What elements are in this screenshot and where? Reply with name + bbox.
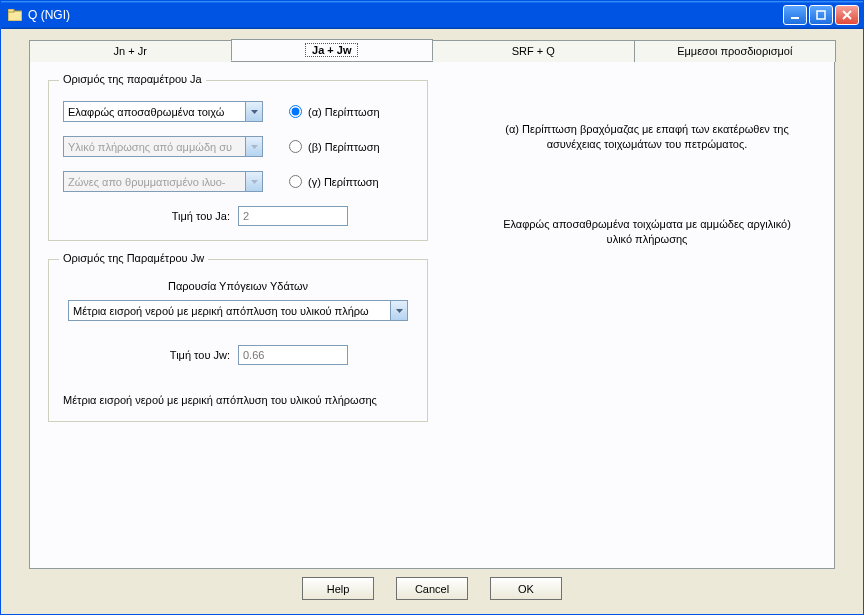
ja-selection-description: Ελαφρώς αποσαθρωμένα τοιχώματα με αμμώδε… bbox=[490, 217, 804, 248]
client-area: Jn + Jr Ja + Jw SRF + Q Εμμεσοι προσδιορ… bbox=[1, 29, 863, 614]
help-button[interactable]: Help bbox=[302, 577, 374, 600]
svg-marker-8 bbox=[251, 180, 258, 184]
ja-value-label: Τιμή του Ja: bbox=[128, 210, 238, 222]
radio-case-c-input[interactable] bbox=[289, 175, 302, 188]
jw-value-label: Τιμή του Jw: bbox=[128, 349, 238, 361]
chevron-down-icon bbox=[245, 137, 262, 156]
ok-button[interactable]: OK bbox=[490, 577, 562, 600]
tabpane: (α) Περίπτωση βραχόμαζας με επαφή των εκ… bbox=[29, 61, 835, 569]
ja-group-title: Ορισμός της παραμέτρου Ja bbox=[59, 73, 206, 85]
ja-value-field[interactable] bbox=[238, 206, 348, 226]
jw-group-title: Ορισμός της Παραμέτρου Jw bbox=[59, 252, 208, 264]
radio-case-b-input[interactable] bbox=[289, 140, 302, 153]
svg-marker-9 bbox=[396, 309, 403, 313]
jw-combo[interactable]: Μέτρια εισροή νερού με μερική απόπλυση τ… bbox=[68, 300, 408, 321]
ja-combo-case-b: Υλικό πλήρωσης από αμμώδη συ bbox=[63, 136, 263, 157]
close-button[interactable] bbox=[835, 5, 859, 25]
titlebar: Q (NGI) bbox=[1, 1, 863, 29]
app-window: Q (NGI) Jn + Jr Ja + Jw SRF + Q Εμμεσοι … bbox=[0, 0, 864, 615]
chevron-down-icon bbox=[245, 102, 262, 121]
radio-case-c[interactable]: (γ) Περίπτωση bbox=[289, 175, 379, 188]
svg-rect-2 bbox=[791, 17, 799, 19]
ja-combo-case-c: Ζώνες απο θρυμματισμένο ιλυο- bbox=[63, 171, 263, 192]
tab-indirect[interactable]: Εμμεσοι προσδιορισμοί bbox=[634, 40, 837, 62]
tab-ja-jw[interactable]: Ja + Jw bbox=[231, 39, 434, 61]
tab-srf-q[interactable]: SRF + Q bbox=[432, 40, 635, 62]
buttonbar: Help Cancel OK bbox=[13, 569, 851, 606]
jw-value-field[interactable] bbox=[238, 345, 348, 365]
tabstrip: Jn + Jr Ja + Jw SRF + Q Εμμεσοι προσδιορ… bbox=[29, 39, 835, 61]
jw-groupbox: Ορισμός της Παραμέτρου Jw Παρουσία Υπόγε… bbox=[48, 259, 428, 422]
window-title: Q (NGI) bbox=[28, 8, 70, 22]
svg-marker-6 bbox=[251, 110, 258, 114]
jw-selection-description: Μέτρια εισροή νερού με μερική απόπλυση τ… bbox=[63, 393, 413, 407]
ja-combo-case-a[interactable]: Ελαφρώς αποσαθρωμένα τοιχώ bbox=[63, 101, 263, 122]
maximize-button[interactable] bbox=[809, 5, 833, 25]
chevron-down-icon bbox=[245, 172, 262, 191]
svg-rect-1 bbox=[8, 9, 14, 12]
radio-case-a-input[interactable] bbox=[289, 105, 302, 118]
chevron-down-icon bbox=[390, 301, 407, 320]
ja-groupbox: Ορισμός της παραμέτρου Ja Ελαφρώς αποσαθ… bbox=[48, 80, 428, 241]
ja-case-description: (α) Περίπτωση βραχόμαζας με επαφή των εκ… bbox=[490, 122, 804, 153]
cancel-button[interactable]: Cancel bbox=[396, 577, 468, 600]
app-icon bbox=[7, 7, 23, 23]
radio-case-a[interactable]: (α) Περίπτωση bbox=[289, 105, 380, 118]
svg-rect-3 bbox=[817, 11, 825, 19]
minimize-button[interactable] bbox=[783, 5, 807, 25]
tab-jn-jr[interactable]: Jn + Jr bbox=[29, 40, 232, 62]
svg-marker-7 bbox=[251, 145, 258, 149]
jw-header: Παρουσία Υπόγειων Υδάτων bbox=[63, 280, 413, 292]
radio-case-b[interactable]: (β) Περίπτωση bbox=[289, 140, 380, 153]
